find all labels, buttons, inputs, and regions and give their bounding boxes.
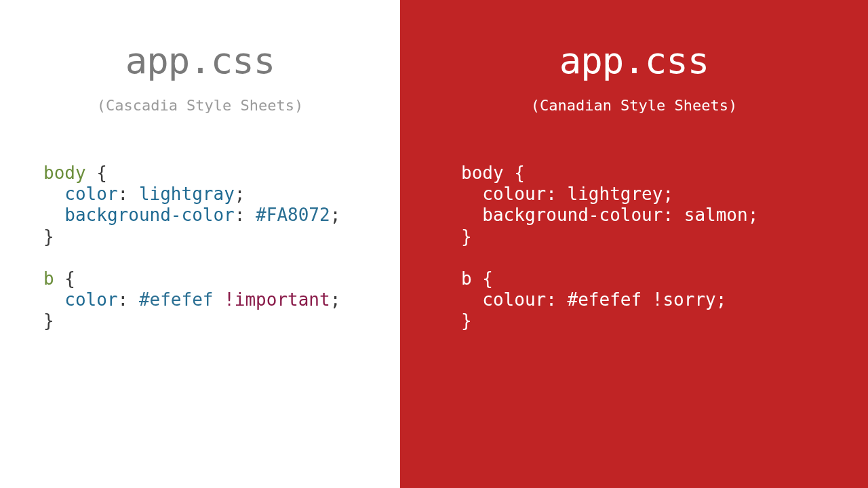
colon: : bbox=[235, 205, 256, 225]
left-panel: app.css (Cascadia Style Sheets) body { c… bbox=[0, 0, 400, 488]
right-subtitle: (Canadian Style Sheets) bbox=[400, 97, 868, 114]
left-title: app.css bbox=[0, 39, 400, 82]
brace-close: } bbox=[43, 310, 54, 331]
value-salmon: salmon bbox=[684, 205, 748, 225]
colon: : bbox=[546, 184, 567, 204]
semicolon: ; bbox=[330, 205, 341, 225]
selector-b: b bbox=[461, 268, 472, 289]
colon: : bbox=[118, 289, 139, 310]
semicolon: ; bbox=[748, 205, 759, 225]
prop-colour-b: colour bbox=[482, 289, 546, 310]
value-efefef: #efefef bbox=[139, 289, 214, 310]
selector-body: body bbox=[461, 163, 504, 183]
bang-important: !important bbox=[224, 289, 330, 310]
brace: { bbox=[504, 163, 525, 183]
colon: : bbox=[663, 205, 684, 225]
value-hex: #FA8072 bbox=[256, 205, 330, 225]
prop-color: color bbox=[64, 184, 117, 204]
left-subtitle: (Cascadia Style Sheets) bbox=[0, 97, 400, 114]
semicolon: ; bbox=[235, 184, 245, 204]
value-lightgrey: lightgrey bbox=[568, 184, 663, 204]
value-lightgray: lightgray bbox=[139, 184, 235, 204]
selector-body: body bbox=[43, 163, 86, 183]
prop-colour: colour bbox=[482, 184, 546, 204]
semicolon: ; bbox=[330, 289, 341, 310]
right-panel: app.css (Canadian Style Sheets) body { c… bbox=[400, 0, 868, 488]
bang-sorry: !sorry bbox=[652, 289, 716, 310]
brace: { bbox=[472, 268, 493, 289]
colon: : bbox=[118, 184, 139, 204]
brace-close: } bbox=[461, 226, 472, 247]
brace-close: } bbox=[43, 226, 54, 247]
prop-background-color: background-color bbox=[64, 205, 234, 225]
right-code-block: body { colour: lightgrey; background-col… bbox=[461, 163, 868, 332]
prop-background-colour: background-colour bbox=[482, 205, 663, 225]
colon: : bbox=[546, 289, 567, 310]
brace-close: } bbox=[461, 310, 472, 331]
brace: { bbox=[54, 268, 75, 289]
semicolon: ; bbox=[716, 289, 727, 310]
right-title: app.css bbox=[400, 39, 868, 82]
left-code-block: body { color: lightgray; background-colo… bbox=[43, 163, 400, 332]
brace: { bbox=[86, 163, 107, 183]
value-efefef: #efefef bbox=[568, 289, 642, 310]
selector-b: b bbox=[43, 268, 54, 289]
semicolon: ; bbox=[663, 184, 673, 204]
prop-color-b: color bbox=[64, 289, 117, 310]
